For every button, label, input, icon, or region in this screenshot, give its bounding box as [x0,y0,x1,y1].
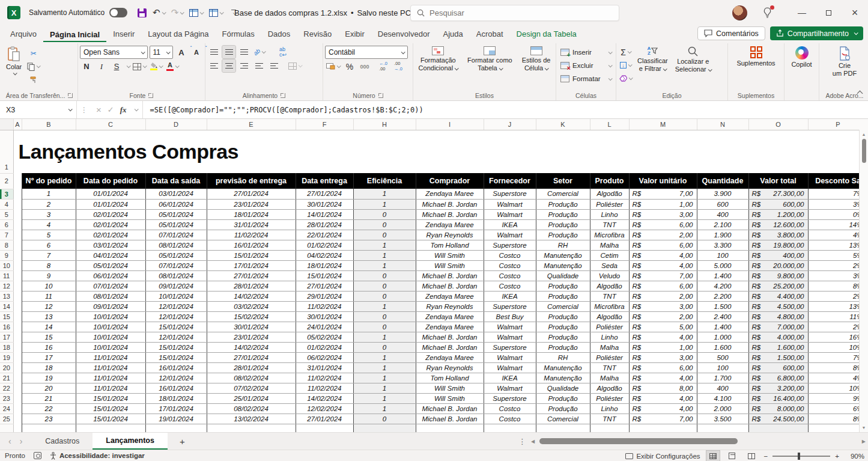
cell[interactable]: 07/01/2024 [145,260,207,270]
cell[interactable]: 08/02/2024 [207,373,296,383]
cell[interactable]: 22 [22,403,76,414]
row-header-21[interactable]: 21 [0,373,13,383]
column-header-D[interactable]: D [145,119,207,130]
view-page-break-button[interactable] [745,451,758,461]
cell[interactable]: 16/01/2024 [145,383,207,393]
cell[interactable]: 10 [22,281,76,291]
cell[interactable]: 07/01/2024 [145,230,207,240]
cell[interactable]: 1.700 [697,373,748,383]
cell[interactable]: 18/01/2024 [145,393,207,403]
cell[interactable]: 01/01/2024 [76,199,145,209]
cell[interactable]: 28/01/2024 [296,219,353,230]
column-header-C[interactable]: C [76,119,145,130]
cell[interactable]: R$1.200,00 [748,209,808,219]
cell[interactable]: Michael B. Jordan [416,414,484,424]
cell[interactable]: 1 [353,383,416,393]
cell[interactable]: 05/01/2024 [145,219,207,230]
cell[interactable]: Costco [484,270,536,281]
cell[interactable]: Produção [536,322,590,332]
cell[interactable]: TNT [590,362,629,373]
table-header-5[interactable]: Eficiência [353,173,416,189]
cell[interactable]: 05/01/2024 [76,260,145,270]
percent-style-button[interactable]: % [343,60,356,73]
enter-entry-icon[interactable]: ✓ [108,105,114,114]
cell[interactable]: Manutenção [536,260,590,270]
cell[interactable]: 10/01/2024 [145,291,207,301]
row-header-15[interactable]: 15 [0,311,13,322]
decrease-font-button[interactable]: Aˇ [190,46,203,59]
comma-style-button[interactable]: 000 [358,60,371,73]
cell[interactable]: Algodão [590,281,629,291]
cell[interactable]: R$7,00 [629,189,697,199]
underline-button[interactable]: S [110,60,123,73]
cell[interactable]: 15/01/2024 [296,270,353,281]
cell[interactable]: R$5,00 [629,322,697,332]
cell[interactable]: Michael B. Jordan [416,270,484,281]
create-pdf-button[interactable]: Crieum PDF [830,44,860,78]
cell[interactable]: R$8,00 [629,383,697,393]
cell[interactable]: 14 [22,322,76,332]
ribbon-tab-página-inicial[interactable]: Página Inicial [43,28,106,43]
font-size-select[interactable]: 11 [150,46,173,59]
cell[interactable]: 0 [353,291,416,301]
ribbon-tab-layout-da-página[interactable]: Layout da Página [141,27,215,42]
table-header-11[interactable]: Quantidade [697,173,748,189]
horizontal-scrollbar[interactable]: ◀ [531,436,857,447]
cell[interactable]: 1 [353,403,416,414]
cell[interactable]: Linho [590,209,629,219]
display-settings-button[interactable]: Exibir Configurações [625,453,700,460]
cell[interactable]: Linho [590,403,629,414]
cell[interactable]: 24/01/2024 [296,322,353,332]
cell[interactable]: Produção [536,311,590,322]
cell[interactable]: 1 [353,199,416,209]
cell[interactable]: Walmart [484,383,536,393]
cell[interactable]: Manutenção [536,373,590,383]
cell[interactable]: Poliéster [590,352,629,362]
cell[interactable]: 11/01/2024 [76,383,145,393]
cell[interactable]: IKEA [484,373,536,383]
cell[interactable]: Walmart [484,352,536,362]
cell[interactable]: R$24.500,00 [748,414,808,424]
wrap-text-button[interactable]: abc↩ [276,46,290,58]
cell[interactable]: 6 [22,240,76,250]
cell[interactable]: Produção [536,403,590,414]
cell[interactable]: 7 [22,250,76,260]
cell[interactable]: Linho [590,332,629,342]
cell-styles-button[interactable]: Estilos deCélula [519,44,554,73]
sheet-nav-right-icon[interactable]: › [20,436,23,446]
cell[interactable]: 07/01/2024 [76,281,145,291]
view-page-layout-button[interactable] [726,451,739,461]
row-header-17[interactable]: 17 [0,332,13,342]
cell[interactable]: Costco [484,281,536,291]
cell[interactable]: 27/01/2024 [207,270,296,281]
cell[interactable]: 27/01/2024 [296,189,353,199]
cell[interactable]: Will Smith [416,260,484,270]
cell[interactable]: R$1,00 [629,199,697,209]
cell[interactable]: R$7,00 [629,270,697,281]
accounting-format-button[interactable] [325,60,341,73]
cell[interactable]: 10/01/2024 [76,332,145,342]
column-header-P[interactable]: P [808,119,868,130]
row-header-11[interactable]: 11 [0,270,13,281]
cell[interactable]: 1 [353,393,416,403]
ribbon-tab-fórmulas[interactable]: Fórmulas [216,27,261,42]
cell[interactable]: 05/02/2024 [296,332,353,342]
cell[interactable]: 19/01/2024 [145,414,207,424]
row-header-18[interactable]: 18 [0,342,13,352]
column-header-I[interactable]: I [416,119,484,130]
cell[interactable]: R$25.200,00 [748,281,808,291]
cell[interactable]: Produção [536,332,590,342]
new-sheet-button[interactable]: + [168,433,197,450]
decrease-decimal-button[interactable]: .00→.0 [392,60,405,73]
row-header-7[interactable]: 7 [0,230,13,240]
cell[interactable]: Qualidade [536,383,590,393]
cell[interactable]: 1 [353,250,416,260]
cell[interactable]: 30/01/2024 [296,311,353,322]
cell[interactable]: 2.200 [697,291,748,301]
cell[interactable]: R$9.800,00 [748,270,808,281]
cell[interactable]: R$2,00 [629,230,697,240]
format-as-table-button[interactable]: Formatar comoTabela [464,44,515,73]
cell[interactable]: 1 [353,332,416,342]
cell[interactable]: 15/02/2024 [207,311,296,322]
cell[interactable]: 15/01/2024 [76,414,145,424]
